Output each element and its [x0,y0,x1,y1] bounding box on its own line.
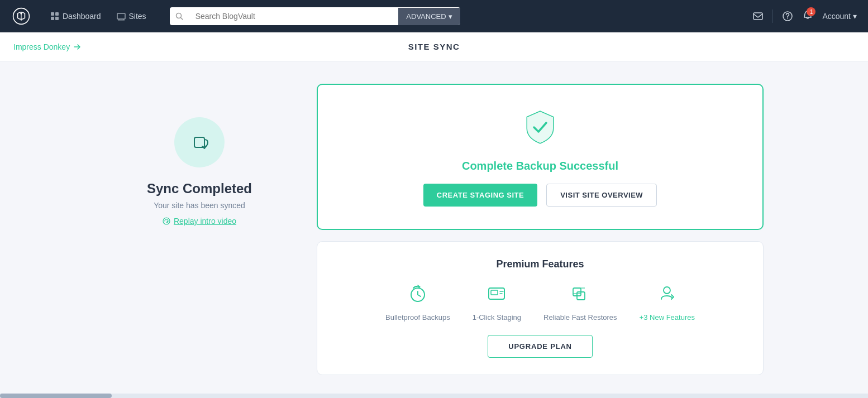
svg-rect-11 [194,137,204,147]
restores-icon [570,284,590,308]
premium-title: Premium Features [334,258,746,270]
site-breadcrumb-link[interactable]: Impress Donkey [13,42,81,51]
nav-divider [772,9,773,23]
notification-badge: 1 [807,7,815,16]
more-icon [657,284,677,308]
backup-actions: CREATE STAGING SITE VISIT SITE OVERVIEW [423,184,657,207]
breadcrumb: Impress Donkey [13,42,81,51]
sync-title: Sync Completed [147,181,252,196]
search-input[interactable] [189,7,399,25]
replay-label: Replay intro video [174,217,236,226]
search-bar: ADVANCED ▾ [170,7,460,25]
svg-rect-8 [753,13,762,20]
upgrade-btn-wrap: UPGRADE PLAN [334,335,746,358]
restores-label: Reliable Fast Restores [543,313,617,322]
sites-link[interactable]: Sites [111,8,152,24]
upgrade-plan-button[interactable]: UPGRADE PLAN [488,335,593,358]
shield-icon [521,107,560,148]
advanced-button[interactable]: ADVANCED ▾ [398,8,460,25]
main-content: Sync Completed Your site has been synced… [71,61,797,397]
create-staging-button[interactable]: CREATE STAGING SITE [423,184,537,207]
bottom-scrollbar[interactable] [0,394,868,397]
search-icon [170,12,189,20]
svg-point-1 [20,13,22,15]
left-panel: Sync Completed Your site has been synced… [104,84,294,226]
feature-backups: Bulletproof Backups [385,284,450,322]
svg-rect-4 [51,17,54,20]
staging-label: 1-Click Staging [473,313,521,322]
breadcrumb-bar: Impress Donkey SITE SYNC [0,32,868,61]
backups-label: Bulletproof Backups [385,313,450,322]
premium-card: Premium Features Bulletproof Backups [317,241,764,375]
backup-card: Complete Backup Successful CREATE STAGIN… [317,84,764,230]
backup-title: Complete Backup Successful [462,160,618,172]
feature-restores: Reliable Fast Restores [543,284,617,322]
account-label: Account [822,12,851,21]
mail-icon[interactable] [752,11,764,22]
visit-overview-button[interactable]: VISIT SITE OVERVIEW [546,184,657,207]
navbar: Dashboard Sites ADVANCED ▾ [0,0,868,32]
account-button[interactable]: Account ▾ [822,12,857,21]
help-icon[interactable] [782,11,793,22]
right-panel: Complete Backup Successful CREATE STAGIN… [317,84,764,375]
feature-more: +3 New Features [640,284,695,322]
feature-staging: 1-Click Staging [473,284,521,322]
dashboard-label: Dashboard [63,12,101,21]
site-name: Impress Donkey [13,42,70,51]
svg-rect-15 [491,290,498,295]
sync-icon-wrap [174,117,225,167]
svg-point-18 [664,287,670,294]
staging-icon [487,284,507,308]
premium-features: Bulletproof Backups 1-Click Staging [334,284,746,322]
nav-links: Dashboard Sites [45,8,152,24]
dashboard-link[interactable]: Dashboard [45,8,107,24]
more-features-link[interactable]: +3 New Features [640,313,695,322]
replay-link[interactable]: Replay intro video [163,217,236,226]
svg-rect-2 [51,12,54,16]
backups-icon [408,284,428,308]
sync-subtitle: Your site has been synced [154,201,245,210]
logo[interactable] [11,6,31,26]
svg-rect-6 [117,13,125,19]
svg-point-10 [788,18,789,20]
svg-rect-3 [55,12,59,16]
svg-rect-5 [55,17,59,20]
sites-label: Sites [129,12,146,21]
scrollbar-thumb [0,394,112,397]
page-title: SITE SYNC [408,42,460,51]
svg-point-12 [163,218,170,224]
notification-wrap[interactable]: 1 [802,9,813,23]
nav-right: 1 Account ▾ [752,9,857,23]
